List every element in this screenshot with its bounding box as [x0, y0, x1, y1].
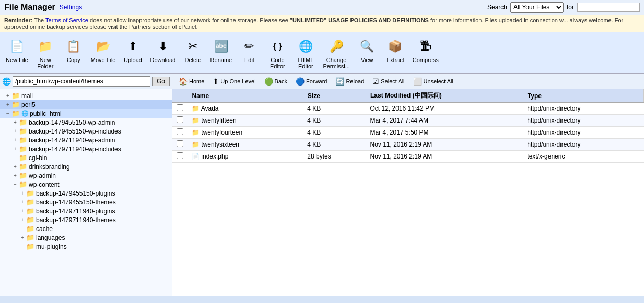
- tree-item-perl5[interactable]: + 📁 perl5: [0, 100, 172, 109]
- file-icon: 📁: [192, 105, 200, 112]
- compress-icon: 🗜: [416, 37, 435, 56]
- tree-item-cache[interactable]: 📁 cache: [0, 224, 172, 233]
- tree-toggle-backup1-wp-admin[interactable]: +: [11, 119, 19, 125]
- row-size-cell: 4 KB: [303, 127, 366, 139]
- file-name[interactable]: twentyfifteen: [201, 117, 236, 124]
- col-name[interactable]: Name: [188, 89, 303, 103]
- table-row[interactable]: 📁 twentysixteen 4 KB Nov 11, 2016 2:19 A…: [172, 139, 644, 151]
- code-editor-button[interactable]: { } CodeEditor: [264, 34, 291, 71]
- change-permissions-button[interactable]: 🔑 ChangePermissi...: [320, 34, 352, 71]
- app-container: File Manager Settings Search All Your Fi…: [0, 0, 644, 296]
- file-table-wrap: Name Size Last Modified (中国际间) Type 📁 Av…: [172, 89, 644, 296]
- html-editor-button[interactable]: 🌐 HTMLEditor: [292, 34, 319, 71]
- row-name-cell: 📁 Avada: [188, 103, 303, 115]
- folder-icon-mu-plugins: 📁: [26, 243, 34, 250]
- select-all-button[interactable]: ☑ Select All: [369, 76, 407, 87]
- tree-toggle-backup3-themes[interactable]: +: [19, 199, 26, 205]
- table-row[interactable]: 📄 index.php 28 bytes Nov 11, 2016 2:19 A…: [172, 151, 644, 163]
- tree-toggle-drinksbranding[interactable]: +: [11, 164, 19, 169]
- rename-button[interactable]: 🔤 Rename: [207, 34, 235, 65]
- tree-toggle-wp-content[interactable]: −: [11, 181, 19, 187]
- tree-item-backup1-wp-admin[interactable]: + 📁 backup-1479455150-wp-admin: [0, 118, 172, 127]
- tree-item-backup3-plugins[interactable]: + 📁 backup-1479455150-plugins: [0, 189, 172, 198]
- row-name-cell: 📁 twentyfifteen: [188, 115, 303, 127]
- tree-item-mu-plugins[interactable]: 📁 mu-plugins: [0, 242, 172, 251]
- tree-toggle-backup3-plugins[interactable]: +: [19, 190, 26, 196]
- tree-item-wp-admin[interactable]: + 📁 wp-admin: [0, 171, 172, 180]
- tree-item-cgi-bin[interactable]: 📁 cgi-bin: [0, 153, 172, 162]
- move-file-button[interactable]: 📂 Move File: [88, 34, 119, 65]
- row-checkbox[interactable]: [177, 104, 183, 111]
- col-type[interactable]: Type: [523, 89, 643, 103]
- tree-item-backup4-plugins[interactable]: + 📁 backup-1479711940-plugins: [0, 207, 172, 215]
- row-modified-cell: Nov 11, 2016 2:19 AM: [366, 151, 523, 163]
- delete-button[interactable]: ✂ Delete: [179, 34, 206, 65]
- copy-button[interactable]: 📋 Copy: [60, 34, 87, 65]
- table-row[interactable]: 📁 Avada 4 KB Oct 12, 2016 11:42 PM httpd…: [172, 103, 644, 115]
- rename-label: Rename: [210, 57, 232, 63]
- tree-toggle-backup2-wp-admin[interactable]: +: [11, 137, 19, 143]
- tree-toggle-mail[interactable]: +: [4, 93, 11, 99]
- tree-item-backup4-themes[interactable]: + 📁 backup-1479711940-themes: [0, 215, 172, 224]
- table-row[interactable]: 📁 twentyfifteen 4 KB Mar 4, 2017 7:44 AM…: [172, 115, 644, 127]
- row-checkbox[interactable]: [177, 128, 183, 135]
- up-one-level-button[interactable]: ⬆ Up One Level: [209, 76, 259, 87]
- tree-toggle-backup4-themes[interactable]: +: [19, 217, 26, 223]
- col-size[interactable]: Size: [303, 89, 366, 103]
- view-button[interactable]: 🔍 View: [354, 34, 381, 65]
- tree-toggle-backup1-wp-includes[interactable]: +: [11, 128, 19, 134]
- search-scope-select[interactable]: All Your Files Public HTML Current Folde…: [510, 2, 564, 13]
- tree-toggle-public-html[interactable]: −: [4, 111, 11, 116]
- back-button[interactable]: 🟢 Back: [261, 76, 290, 87]
- col-modified[interactable]: Last Modified (中国际间): [366, 89, 523, 103]
- home-button[interactable]: 🏠 Home: [175, 76, 207, 87]
- toolbar: 📄 New File 📁 NewFolder 📋 Copy 📂 Move Fil…: [0, 32, 644, 74]
- code-editor-icon: { }: [268, 37, 287, 56]
- sidebar: 🌐 Go + 📁 mail + 📁 perl5: [0, 74, 172, 296]
- row-checkbox[interactable]: [177, 140, 183, 147]
- tree-item-drinksbranding[interactable]: + 📁 drinksbranding: [0, 162, 172, 171]
- row-checkbox[interactable]: [177, 152, 183, 159]
- extract-button[interactable]: 📦 Extract: [382, 34, 409, 65]
- tree-toggle-perl5[interactable]: +: [4, 102, 11, 107]
- search-input[interactable]: [577, 3, 640, 12]
- new-folder-button[interactable]: 📁 NewFolder: [32, 34, 59, 71]
- file-name[interactable]: twentysixteen: [201, 141, 239, 148]
- unselect-all-button[interactable]: ⬜ Unselect All: [410, 76, 456, 87]
- tree-item-backup2-wp-includes[interactable]: + 📁 backup-1479711940-wp-includes: [0, 144, 172, 153]
- row-checkbox[interactable]: [177, 116, 183, 123]
- code-editor-label: CodeEditor: [270, 57, 285, 69]
- reload-button[interactable]: 🔄 Reload: [332, 76, 367, 87]
- upload-button[interactable]: ⬆ Upload: [119, 34, 146, 65]
- download-button[interactable]: ⬇ Download: [147, 34, 178, 65]
- settings-link[interactable]: Settings: [60, 4, 82, 11]
- tree-item-backup3-themes[interactable]: + 📁 backup-1479455150-themes: [0, 198, 172, 207]
- path-input[interactable]: [13, 76, 150, 87]
- tree-toggle-languages[interactable]: +: [19, 235, 26, 240]
- file-name[interactable]: Avada: [201, 105, 219, 112]
- go-button[interactable]: Go: [152, 77, 170, 86]
- tree-toggle-backup4-plugins[interactable]: +: [19, 208, 26, 214]
- tree-label-backup4-themes: backup-1479711940-themes: [36, 216, 116, 224]
- tree-item-wp-content[interactable]: − 📁 wp-content: [0, 180, 172, 189]
- edit-button[interactable]: ✏ Edit: [236, 34, 263, 65]
- new-file-button[interactable]: 📄 New File: [3, 34, 31, 65]
- select-all-icon: ☑: [372, 77, 379, 86]
- upload-icon: ⬆: [123, 37, 142, 56]
- file-name[interactable]: twentyfourteen: [201, 129, 242, 136]
- tree-item-backup2-wp-admin[interactable]: + 📁 backup-1479711940-wp-admin: [0, 136, 172, 144]
- compress-button[interactable]: 🗜 Compress: [410, 34, 441, 65]
- table-row[interactable]: 📁 twentyfourteen 4 KB Mar 4, 2017 5:50 P…: [172, 127, 644, 139]
- tree-toggle-backup2-wp-includes[interactable]: +: [11, 146, 19, 152]
- tree-item-backup1-wp-includes[interactable]: + 📁 backup-1479455150-wp-includes: [0, 127, 172, 136]
- tree-item-languages[interactable]: + 📁 languages: [0, 233, 172, 242]
- up-one-level-icon: ⬆: [213, 77, 219, 86]
- file-name[interactable]: index.php: [201, 153, 228, 160]
- tree-item-public-html[interactable]: − 📁 🌐 public_html: [0, 109, 172, 118]
- tos-link[interactable]: Terms of Service: [45, 17, 88, 23]
- file-icon: 📁: [192, 141, 200, 148]
- tree-toggle-wp-admin[interactable]: +: [11, 173, 19, 178]
- tree-item-mail[interactable]: + 📁 mail: [0, 91, 172, 100]
- path-icon: 🌐: [2, 77, 11, 86]
- forward-button[interactable]: 🔵 Forward: [292, 76, 330, 87]
